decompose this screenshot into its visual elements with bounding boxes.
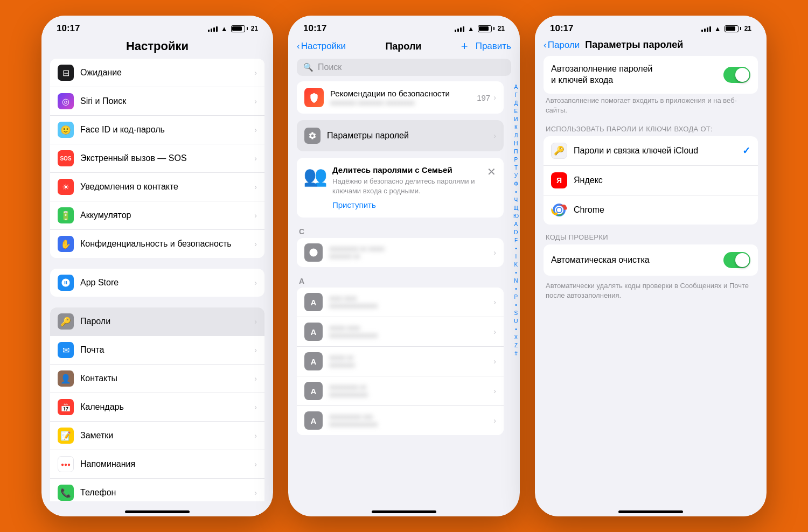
settings-item-appstore[interactable]: App Store ›	[50, 269, 264, 297]
pwd-item-a3[interactable]: A xxxxx xx xxxxxxxx ›	[297, 347, 504, 376]
settings-item-notify[interactable]: ☀ Уведомления о контакте ›	[50, 173, 264, 201]
time-3: 10:17	[550, 23, 573, 34]
back-label-pwd-settings: Пароли	[548, 40, 580, 51]
pwd-letter-a2: A	[304, 323, 323, 341]
auto-clean-row: Автоматическая очистка	[544, 244, 758, 276]
settings-item-ojidanie[interactable]: ⊟ Ожидание ›	[50, 59, 264, 87]
source-chrome[interactable]: Chrome	[544, 195, 758, 225]
share-close-button[interactable]: ✕	[487, 165, 496, 178]
status-bar-3: 10:17 ▲ 21	[535, 16, 767, 37]
faceid-chevron: ›	[254, 125, 257, 134]
settings-item-passwords[interactable]: 🔑 Пароли ›	[50, 307, 264, 336]
sources-group: 🔑 Пароли и связка ключей iCloud ✓ Я Янде…	[544, 136, 758, 225]
pwd-info-c1: xxxxxxxxx xx xxxxx xxxxxxx xx	[329, 245, 493, 260]
passwords-nav-actions: + Править	[461, 39, 511, 53]
source-icloud-label: Пароли и связка ключей iCloud	[574, 146, 742, 156]
pwd-domain-a5: xxxxxxxxxx xxx	[329, 413, 493, 421]
autofill-toggle[interactable]	[723, 67, 750, 83]
sos-chevron: ›	[254, 154, 257, 163]
wifi-icon-2: ▲	[468, 25, 475, 33]
settings-content: ⊟ Ожидание › ◎ Siri и Поиск › 🙂 Face ID …	[41, 59, 273, 501]
settings-item-contacts[interactable]: 👤 Контакты ›	[50, 365, 264, 393]
contacts-chevron: ›	[254, 374, 257, 383]
share-family-icon: 👥	[304, 165, 326, 187]
auto-clean-toggle[interactable]	[723, 252, 750, 268]
settings-item-mail[interactable]: ✉ Почта ›	[50, 336, 264, 365]
icloud-checkmark: ✓	[742, 145, 750, 157]
edit-button[interactable]: Править	[476, 41, 511, 52]
back-label-passwords: Настройки	[301, 41, 346, 52]
back-chevron: ‹	[297, 41, 300, 52]
security-subtitle: xxxxxxxx xxxxxxxx xxxxxxxxx	[330, 99, 477, 107]
settings-group-1: ⊟ Ожидание › ◎ Siri и Поиск › 🙂 Face ID …	[50, 59, 264, 258]
params-label: Параметры паролей	[327, 131, 493, 141]
back-chevron-3: ‹	[544, 40, 547, 51]
mail-icon: ✉	[58, 342, 74, 358]
passwords-chevron: ›	[254, 317, 257, 326]
wifi-icon-3: ▲	[714, 25, 721, 33]
settings-item-calendar[interactable]: 📅 Календарь ›	[50, 393, 264, 422]
pwd-user-a4: xxxxxxxxxxxx	[329, 391, 493, 398]
settings-item-sos[interactable]: SOS Экстренный вызов — SOS ›	[50, 144, 264, 173]
settings-item-notes[interactable]: 📝 Заметки ›	[50, 422, 264, 450]
security-rec-item[interactable]: Рекомендации по безопасности xxxxxxxx xx…	[297, 81, 504, 114]
pwd-item-a5[interactable]: A xxxxxxxxxx xxx xxxxxxxxxxxxxxx ›	[297, 406, 504, 435]
settings-item-phone[interactable]: 📞 Телефон ›	[50, 479, 264, 501]
ojidanie-icon: ⊟	[58, 65, 74, 81]
params-item[interactable]: Параметры паролей ›	[297, 120, 504, 151]
notify-icon: ☀	[58, 179, 74, 195]
security-count: 197	[477, 93, 490, 102]
autofill-label: Автозаполнение паролейи ключей входа	[551, 64, 723, 86]
pwd-item-c1[interactable]: xxxxxxxxx xx xxxxx xxxxxxx xx ›	[297, 238, 504, 267]
pwd-user-a5: xxxxxxxxxxxxxxx	[329, 421, 493, 428]
security-title: Рекомендации по безопасности	[330, 88, 477, 99]
alpha-index[interactable]: А Г Д Е И К Л Н П Р Т У Ф • Ч Щ Ю A D F …	[512, 81, 520, 501]
status-icons-2: ▲ 21	[455, 25, 505, 33]
pwd-item-a4[interactable]: A xxxxxxxxx xx xxxxxxxxxxxx ›	[297, 376, 504, 406]
section-a: А	[297, 274, 504, 288]
source-chrome-label: Chrome	[574, 205, 750, 215]
passwords-content: Рекомендации по безопасности xxxxxxxx xx…	[288, 81, 520, 501]
auto-clean-label: Автоматическая очистка	[551, 255, 723, 266]
pwd-item-a2[interactable]: A xxxxx xxxx xxxxxxxxxxxxxxx ›	[297, 317, 504, 347]
battery-label: Аккумулятор	[80, 211, 254, 220]
phone-icon: 📞	[58, 485, 74, 501]
notes-chevron: ›	[254, 431, 257, 440]
settings-item-faceid[interactable]: 🙂 Face ID и код-пароль ›	[50, 116, 264, 144]
settings-item-battery[interactable]: 🔋 Аккумулятор ›	[50, 201, 264, 230]
settings-nav: Настройки	[41, 37, 273, 59]
source-icloud[interactable]: 🔑 Пароли и связка ключей iCloud ✓	[544, 136, 758, 166]
share-family-title: Делитесь паролями с Семьей	[332, 165, 480, 174]
add-password-button[interactable]: +	[461, 39, 468, 53]
back-button-pwd-settings[interactable]: ‹ Пароли	[544, 40, 580, 51]
share-family-desc: Надёжно и безопасно делитесь паролями и …	[332, 177, 480, 196]
reminders-icon: ●●●	[58, 456, 74, 472]
params-card: Параметры паролей ›	[297, 120, 504, 151]
signal-icon	[208, 25, 218, 32]
battery-percent: 21	[251, 25, 258, 32]
privacy-icon: ✋	[58, 236, 74, 252]
contacts-label: Контакты	[80, 374, 254, 383]
source-yandex[interactable]: Я Яндекс	[544, 166, 758, 195]
notes-label: Заметки	[80, 431, 254, 440]
passwords-search[interactable]: 🔍 Поиск	[297, 59, 511, 76]
pwd-domain-a1: xxxx xxxx	[329, 295, 493, 302]
share-family-action[interactable]: Приступить	[332, 200, 376, 209]
siri-icon: ◎	[58, 93, 74, 109]
settings-item-reminders[interactable]: ●●● Напоминания ›	[50, 450, 264, 479]
search-placeholder-2: Поиск	[318, 62, 342, 72]
icloud-key-icon: 🔑	[551, 143, 567, 159]
home-indicator-1	[41, 501, 273, 516]
settings-item-privacy[interactable]: ✋ Конфиденциальность и безопасность ›	[50, 230, 264, 258]
auto-clean-hint: Автоматически удалять коды проверки в Со…	[544, 279, 758, 307]
sources-header: ИСПОЛЬЗОВАТЬ ПАРОЛИ И КЛЮЧИ ВХОДА ОТ:	[544, 122, 758, 136]
back-button-passwords[interactable]: ‹ Настройки	[297, 41, 346, 52]
status-icons-1: ▲ 21	[208, 25, 258, 33]
privacy-label: Конфиденциальность и безопасность	[80, 239, 254, 249]
time-1: 10:17	[57, 23, 80, 34]
pwd-letter-a1: A	[304, 293, 323, 311]
settings-item-siri[interactable]: ◎ Siri и Поиск ›	[50, 87, 264, 116]
battery-chevron: ›	[254, 211, 257, 220]
privacy-chevron: ›	[254, 240, 257, 248]
pwd-item-a1[interactable]: A xxxx xxxx xxxxxxxxxxxxxxx ›	[297, 288, 504, 317]
